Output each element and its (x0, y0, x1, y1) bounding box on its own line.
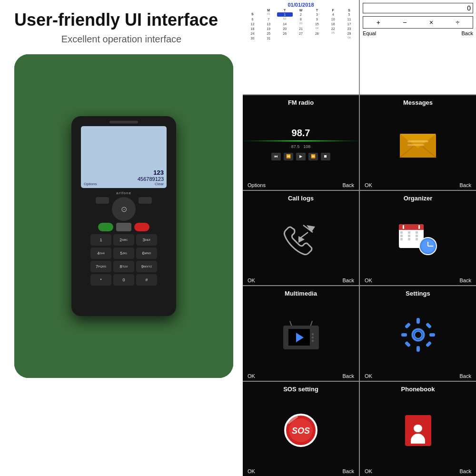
call-ok[interactable]: OK (248, 278, 255, 283)
key-0[interactable]: 0 (113, 274, 134, 286)
cal-day-6[interactable]: 6 (245, 17, 260, 21)
cal-day-21[interactable]: 21 (293, 27, 309, 31)
cal-day-13[interactable]: 13 (261, 22, 277, 26)
fm-play[interactable]: ▶ (296, 153, 306, 160)
svg-rect-14 (429, 333, 435, 337)
week-05: 05 (325, 31, 341, 36)
key-star[interactable]: * (90, 274, 111, 286)
tv-body (283, 326, 319, 349)
fm-stop[interactable]: ⏹ (321, 153, 330, 160)
msg-icon-area (360, 108, 476, 180)
cal-day-16[interactable]: 16 (325, 22, 341, 26)
key-4[interactable]: 4GHI (90, 248, 111, 259)
cal-header-T2: T (309, 9, 325, 12)
key-5[interactable]: 5JKL (113, 248, 134, 259)
fm-back-btn[interactable]: Back (343, 182, 354, 188)
person-head (414, 425, 422, 433)
cal-day-15[interactable]: 15 (309, 22, 325, 26)
phonebook-icon (405, 415, 431, 446)
week-03: 03 (293, 22, 309, 26)
fm-fwd[interactable]: ⏩ (308, 153, 318, 160)
cal-day-empty3 (309, 36, 325, 40)
op-times[interactable]: × (429, 19, 433, 26)
left-soft-btn[interactable] (96, 197, 109, 204)
screen-clear: Clear (155, 182, 164, 186)
cal-day-19[interactable]: 19 (261, 27, 277, 31)
cal-day-7[interactable]: 7 (261, 17, 277, 21)
settings-title: Settings (360, 286, 476, 299)
center-btn[interactable] (116, 223, 131, 231)
key-3[interactable]: 3DEF (136, 234, 157, 246)
gear-icon (400, 317, 436, 353)
svg-rect-18 (425, 341, 431, 347)
cal-day-10[interactable]: 10 (325, 17, 341, 21)
cal-day-2[interactable]: 2 (293, 12, 309, 17)
cal-ring-left (403, 225, 404, 229)
cal-day-8[interactable]: 8 (293, 17, 309, 21)
cal-dot-9 (416, 238, 418, 240)
op-minus[interactable]: − (403, 19, 407, 26)
key-6[interactable]: 6MNO (136, 248, 157, 259)
msg-ok[interactable]: OK (365, 182, 372, 188)
cal-day-27[interactable]: 27 (293, 31, 309, 36)
cal-dot-7 (400, 238, 403, 240)
key-7[interactable]: 7PQRS (90, 261, 111, 272)
cal-day-4[interactable]: 4 (325, 12, 341, 17)
key-8[interactable]: 8TUV (113, 261, 134, 272)
call-button[interactable] (98, 223, 113, 231)
cal-day-31[interactable]: 31 (261, 36, 277, 40)
fm-back[interactable]: ⏪ (284, 153, 293, 160)
cal-day-26[interactable]: 26 (277, 31, 293, 36)
cal-day-20[interactable]: 20 (277, 27, 293, 31)
cal-day-14[interactable]: 14 (277, 22, 293, 26)
cal-day-18[interactable]: 18 (245, 27, 260, 31)
phonebook-back[interactable]: Back (460, 468, 471, 474)
phonebook-ok[interactable]: OK (365, 468, 372, 474)
cal-empty-w6-3 (277, 41, 293, 42)
end-button[interactable] (134, 223, 149, 231)
cal-day-23[interactable]: 23 (341, 27, 357, 31)
org-back[interactable]: Back (460, 278, 471, 283)
multi-back[interactable]: Back (343, 373, 354, 379)
cal-day-17[interactable]: 17 (341, 22, 357, 26)
fm-controls: ⏮ ⏪ ▶ ⏩ ⏹ (270, 152, 331, 161)
cal-day-25[interactable]: 25 (261, 31, 277, 36)
op-plus[interactable]: + (377, 19, 380, 26)
fm-options[interactable]: Options (248, 182, 266, 188)
key-2[interactable]: 2ABC (113, 234, 134, 246)
msg-back[interactable]: Back (460, 182, 471, 188)
cal-day-22[interactable]: 22 (325, 27, 341, 31)
org-ok[interactable]: OK (365, 278, 372, 283)
fm-indicator-line (243, 140, 359, 141)
sos-ok[interactable]: OK (248, 468, 255, 474)
settings-ok[interactable]: OK (365, 373, 372, 379)
cal-day-12[interactable]: 12 (245, 22, 260, 26)
calc-back[interactable]: Back (462, 30, 473, 36)
cal-day-30[interactable]: 30 (245, 36, 260, 40)
nav-btn[interactable]: ⊙ (112, 197, 136, 221)
right-soft-btn[interactable] (139, 197, 152, 204)
cal-day-11[interactable]: 11 (341, 17, 357, 21)
fm-rw[interactable]: ⏮ (271, 153, 281, 160)
key-hash[interactable]: # (136, 274, 157, 286)
cal-day-29[interactable]: 29 (341, 31, 357, 36)
cal-day-5[interactable]: 5 (341, 12, 357, 17)
sos-back[interactable]: Back (343, 468, 354, 474)
key-1[interactable]: 1 (90, 234, 111, 246)
calc-equal[interactable]: Equal (363, 30, 376, 36)
call-back[interactable]: Back (343, 278, 354, 283)
op-divide[interactable]: ÷ (456, 19, 460, 26)
cal-header-S: S (341, 9, 357, 12)
key-9[interactable]: 9WXYZ (136, 261, 157, 272)
cal-day-24[interactable]: 24 (245, 31, 260, 36)
settings-back[interactable]: Back (460, 373, 471, 379)
cal-day-3[interactable]: 3 (309, 12, 325, 17)
cal-day-9[interactable]: 9 (309, 17, 325, 21)
phone-container: 123 456789123 Options Clear artfone ⊙ (71, 116, 176, 316)
cal-day-1[interactable]: 1 (277, 12, 293, 17)
cal-icon-body (399, 230, 424, 242)
multi-ok[interactable]: OK (248, 373, 255, 379)
svg-rect-5 (407, 144, 424, 146)
svg-text:SOS: SOS (292, 426, 310, 436)
cal-day-28[interactable]: 28 (309, 31, 325, 36)
